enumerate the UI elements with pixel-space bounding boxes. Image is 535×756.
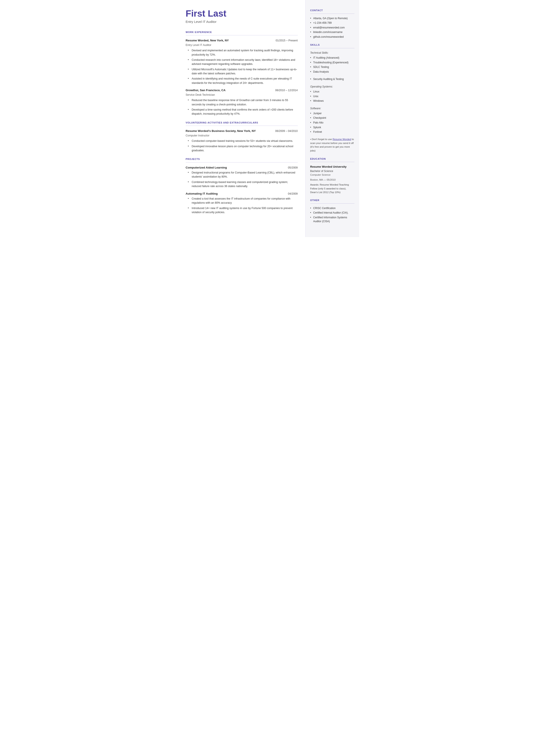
list-item: Fortinet: [310, 130, 354, 134]
list-item: Checkpoint: [310, 116, 354, 120]
technical-skills-list: IT Auditing (Advanced) Troubleshooting (…: [310, 56, 354, 74]
skills-divider: [310, 48, 354, 48]
education-heading: EDUCATION: [310, 157, 354, 161]
volunteering-divider: [186, 126, 298, 126]
other-heading: OTHER: [310, 199, 354, 202]
job-2-company: Growthsi, San Francisco, CA: [186, 88, 226, 93]
list-item: Certified Information Systems Auditor (C…: [310, 215, 354, 223]
vol-job-1-company: Resume Worded's Business Society, New Yo…: [186, 129, 256, 133]
list-item: Designed instructional programs for Comp…: [188, 171, 298, 179]
skills-section: SKILLS Technical Skills: IT Auditing (Ad…: [310, 43, 354, 153]
edu-location-date: Boston, MA — 05/2010: [310, 178, 354, 182]
list-item: Data Analysis: [310, 70, 354, 74]
project-2-date: 04/2009: [288, 192, 297, 196]
vol-job-1-title: Computer Instructor: [186, 134, 298, 138]
skills-note-prefix: • Don't forget to use: [310, 138, 333, 141]
list-item: Developed a time-saving method that conf…: [188, 108, 298, 116]
os-list: Linux Unix Windows: [310, 90, 354, 103]
list-item: Juniper: [310, 111, 354, 116]
vol-job-1-bullets: Conducted computer-based training sessio…: [186, 139, 298, 153]
contact-heading: CONTACT: [310, 9, 354, 12]
list-item: CRISC Certification: [310, 206, 354, 210]
job-1-bullets: Devised and implemented an automated sys…: [186, 48, 298, 85]
job-2-bullets: Reduced the baseline response time of Gr…: [186, 98, 298, 116]
list-item: Security Auditing & Testing: [310, 77, 354, 81]
job-1-company: Resume Worded, New York, NY: [186, 38, 229, 43]
list-item: Unix: [310, 95, 354, 98]
skills-note: • Don't forget to use Resume Worded to s…: [310, 137, 354, 153]
list-item: IT Auditing (Advanced): [310, 56, 354, 60]
job-1-dates: 01/2015 – Present: [276, 38, 297, 43]
list-item: Windows: [310, 99, 354, 103]
list-item: Introduced 14+ new IT auditing systems i…: [188, 206, 298, 215]
security-skills-list: Security Auditing & Testing: [310, 77, 354, 81]
skills-heading: SKILLS: [310, 43, 354, 47]
list-item: linkedin.com/in/username: [310, 30, 354, 34]
list-item: Combined technology-based learning class…: [188, 180, 298, 188]
work-experience-heading: WORK EXPERIENCE: [186, 30, 298, 34]
project-2-header: Automating IT Auditing 04/2009: [186, 192, 298, 196]
other-section: OTHER CRISC Certification Certified Inte…: [310, 199, 354, 223]
technical-skills-label: Technical Skills:: [310, 51, 354, 55]
candidate-title: Entry Level IT Auditor: [186, 19, 298, 24]
vol-job-1-header: Resume Worded's Business Society, New Yo…: [186, 129, 298, 133]
list-item: email@resumeworded.com: [310, 26, 354, 30]
edu-university: Resume Worded University: [310, 165, 354, 169]
education-divider: [310, 162, 354, 162]
project-1-date: 05/2009: [288, 166, 297, 170]
list-item: github.com/resumeworded: [310, 35, 354, 39]
list-item: Certified Internal Auditor (CIA).: [310, 211, 354, 215]
list-item: Palo Alto: [310, 121, 354, 125]
job-1-header: Resume Worded, New York, NY 01/2015 – Pr…: [186, 38, 298, 43]
list-item: Created a tool that assesses the IT infr…: [188, 197, 298, 205]
list-item: Linux: [310, 90, 354, 94]
contact-list: Atlanta, GA (Open to Remote) +1-234-456-…: [310, 16, 354, 39]
job-2-dates: 06/2010 – 12/2014: [275, 88, 297, 93]
list-item: Conducted research into current informat…: [188, 58, 298, 66]
left-column: First Last Entry Level IT Auditor WORK E…: [176, 0, 305, 237]
resume-page: First Last Entry Level IT Auditor WORK E…: [176, 0, 359, 237]
vol-job-1-dates: 06/2009 – 04/2010: [275, 129, 297, 133]
job-2-header: Growthsi, San Francisco, CA 06/2010 – 12…: [186, 88, 298, 93]
volunteering-heading: VOLUNTEERING ACTIVITIES AND EXTRACURRICU…: [186, 121, 298, 125]
list-item: Splunk: [310, 126, 354, 129]
list-item: Atlanta, GA (Open to Remote): [310, 16, 354, 20]
other-list: CRISC Certification Certified Internal A…: [310, 206, 354, 223]
job-1-title: Entry Level IT Auditor: [186, 43, 298, 47]
right-column: CONTACT Atlanta, GA (Open to Remote) +1-…: [305, 0, 359, 237]
job-2-title: Service Desk Technician: [186, 93, 298, 97]
education-section: EDUCATION Resume Worded University Bache…: [310, 157, 354, 194]
list-item: Developed innovative lesson plans on com…: [188, 144, 298, 153]
contact-divider: [310, 14, 354, 14]
list-item: Assisted in identifying and resolving th…: [188, 77, 298, 85]
projects-heading: PROJECTS: [186, 157, 298, 161]
list-item: Utilized Microsoft's Automatic Updates t…: [188, 68, 298, 76]
project-1-bullets: Designed instructional programs for Comp…: [186, 171, 298, 188]
project-2-bullets: Created a tool that assesses the IT infr…: [186, 197, 298, 215]
os-label: Operating Systems:: [310, 85, 354, 89]
candidate-name: First Last: [186, 9, 298, 18]
edu-degree: Bachelor of Science: [310, 169, 354, 173]
project-1-name: Computerized Aided Learning: [186, 165, 227, 170]
list-item: SDLC Testing: [310, 65, 354, 69]
list-item: +1-234-456-789: [310, 21, 354, 25]
project-1-header: Computerized Aided Learning 05/2009: [186, 165, 298, 170]
project-2-name: Automating IT Auditing: [186, 192, 218, 196]
edu-field: Computer Science: [310, 173, 354, 177]
list-item: Troubleshooting (Experienced): [310, 61, 354, 65]
list-item: Devised and implemented an automated sys…: [188, 48, 298, 57]
edu-awards: Awards: Resume Worded Teaching Fellow (o…: [310, 183, 354, 194]
resume-worded-link[interactable]: Resume Worded: [333, 138, 351, 141]
contact-section: CONTACT Atlanta, GA (Open to Remote) +1-…: [310, 9, 354, 39]
software-list: Juniper Checkpoint Palo Alto Splunk Fort…: [310, 111, 354, 134]
list-item: Conducted computer-based training sessio…: [188, 139, 298, 143]
list-item: Reduced the baseline response time of Gr…: [188, 98, 298, 107]
software-label: Software:: [310, 106, 354, 110]
